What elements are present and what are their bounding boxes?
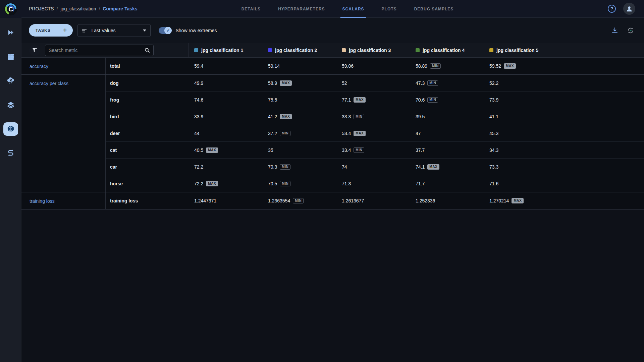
breadcrumb-projects-link[interactable]: PROJECTS (29, 6, 54, 11)
toolbar-actions (611, 26, 635, 35)
download-csv-button[interactable] (611, 27, 619, 34)
filter-button[interactable] (29, 45, 40, 56)
metric-value: 1.2447371 (194, 198, 216, 203)
metric-value: 34.3 (489, 147, 498, 153)
metric-value: 70.3 (268, 164, 277, 170)
tasks-button[interactable]: TASKS (29, 24, 57, 37)
metric-value: 1.252336 (416, 198, 435, 203)
metric-value: 33.4 (342, 147, 351, 153)
min-badge: MIN (354, 114, 364, 119)
breadcrumb-project-link[interactable]: jpg_classification (61, 6, 96, 11)
metric-value: 40.5 (194, 147, 203, 153)
variant-cell: total (106, 63, 189, 69)
user-avatar-icon (626, 5, 633, 12)
metric-row: deer4437.2MIN53.4MAX4745.3 (106, 125, 644, 142)
metric-name-link[interactable]: accuracy per class (30, 81, 68, 86)
metric-value: 58.9 (268, 80, 277, 86)
sidebar-item-pipelines[interactable] (3, 146, 18, 160)
value-cell: 39.5 (410, 114, 484, 119)
tab-hyperparameters[interactable]: HYPERPARAMETERS (278, 0, 325, 18)
experiment-color-swatch (489, 48, 493, 52)
value-cell: 72.2MAX (189, 181, 263, 186)
metric-row: cat40.5MAX3533.4MIN37.734.3 (106, 142, 644, 159)
variant-cell: car (106, 164, 189, 170)
experiment-color-swatch (416, 48, 420, 52)
value-cell: 44 (189, 131, 263, 136)
variant-cell: deer (106, 131, 189, 136)
sidebar-item-applications[interactable] (3, 74, 18, 87)
workers-queues-icon (7, 53, 15, 61)
metric-row: horse72.2MAX70.5MIN71.371.771.6 (106, 175, 644, 192)
value-cell: 40.5MAX (189, 147, 263, 153)
tab-debug-samples[interactable]: DEBUG SAMPLES (414, 0, 454, 18)
sidebar-item-projects[interactable] (3, 26, 18, 39)
value-cell: 33.3MIN (336, 114, 410, 119)
datasets-layers-icon (7, 101, 15, 109)
variant-cell: dog (106, 80, 189, 86)
metrics-table-body: accuracytotal59.459.1459.0658.89MIN59.52… (21, 58, 644, 209)
value-cell: 49.9 (189, 80, 263, 86)
metric-value: 1.2363554 (268, 198, 290, 203)
pipelines-icon (7, 149, 15, 157)
metric-value: 59.14 (268, 63, 280, 69)
value-cell: 34.3 (484, 147, 558, 153)
min-badge: MIN (280, 181, 290, 186)
experiment-name: jpg classification 3 (349, 48, 391, 53)
metric-value: 49.9 (194, 80, 203, 86)
metric-value: 33.3 (342, 114, 351, 119)
metric-value: 59.4 (194, 63, 203, 69)
experiment-column-header[interactable]: jpg classification 4 (410, 43, 484, 57)
metric-value: 73.9 (489, 97, 498, 103)
experiment-column-header[interactable]: jpg classification 5 (484, 43, 558, 57)
value-cell: 71.7 (410, 181, 484, 186)
value-cell: 47.3MIN (410, 80, 484, 86)
help-icon[interactable]: ? (608, 5, 616, 13)
experiment-column-header[interactable]: jpg classification 1 (189, 43, 263, 57)
auto-refresh-button[interactable] (627, 26, 635, 35)
value-cell: 59.52MAX (484, 63, 558, 69)
values-mode-dropdown[interactable]: Last Values (77, 24, 151, 37)
show-row-extremes-toggle[interactable]: ✓ (159, 27, 171, 34)
tab-details[interactable]: DETAILS (241, 0, 261, 18)
add-task-button[interactable]: + (57, 24, 73, 37)
value-cell: 70.3MIN (263, 164, 336, 170)
metric-value: 1.2613677 (342, 198, 364, 203)
value-cell: 70.5MIN (263, 181, 336, 186)
svg-text:C: C (8, 6, 13, 13)
sidebar-item-datasets[interactable] (3, 98, 18, 112)
sidebar-item-models[interactable] (3, 122, 18, 136)
metric-search-input[interactable] (49, 48, 142, 53)
value-cell: 52 (336, 80, 410, 86)
metric-row: dog49.958.9MAX5247.3MIN52.2 (106, 75, 644, 92)
experiment-column-header[interactable]: jpg classification 2 (263, 43, 336, 57)
metric-value: 74.6 (194, 97, 203, 103)
max-badge: MAX (206, 147, 218, 153)
value-cell: 1.270214MAX (484, 198, 558, 203)
sort-icon (82, 28, 88, 33)
user-avatar[interactable] (623, 3, 635, 15)
metric-search-box (45, 45, 154, 56)
value-cell: 58.9MAX (263, 80, 336, 86)
metric-value: 71.6 (489, 181, 498, 186)
metric-value: 41.1 (489, 114, 498, 119)
max-badge: MAX (512, 198, 524, 203)
metric-name-link[interactable]: accuracy (30, 64, 48, 69)
value-cell: 41.1 (484, 114, 558, 119)
tab-scalars[interactable]: SCALARS (342, 0, 364, 18)
sidebar-nav (3, 18, 18, 160)
metric-value: 45.3 (489, 131, 498, 136)
clearml-logo-icon: C (4, 2, 17, 16)
app-root: C (0, 0, 644, 362)
metric-value: 75.5 (268, 97, 277, 103)
experiment-color-swatch (268, 48, 272, 52)
clearml-logo[interactable]: C (0, 0, 21, 18)
tab-plots[interactable]: PLOTS (382, 0, 397, 18)
metric-cell: training loss (21, 192, 106, 209)
metric-value: 74 (342, 164, 347, 170)
metric-value: 71.3 (342, 181, 351, 186)
metric-name-link[interactable]: training loss (30, 198, 55, 204)
sidebar-item-workers-queues[interactable] (3, 50, 18, 63)
variant-cell: training loss (106, 198, 189, 203)
metric-value: 52 (342, 80, 347, 86)
experiment-column-header[interactable]: jpg classification 3 (336, 43, 410, 57)
